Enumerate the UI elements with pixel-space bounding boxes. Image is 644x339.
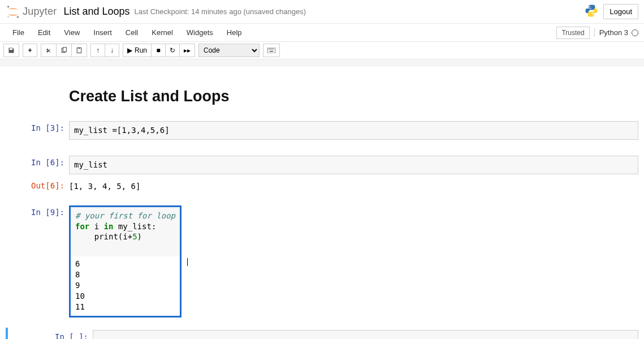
menu-widgets[interactable]: Widgets [180, 25, 220, 40]
svg-rect-11 [270, 49, 271, 50]
output-row-2: Out[6]: [1, 3, 4, 5, 6] [6, 177, 638, 195]
run-label: Run [135, 46, 147, 54]
save-button[interactable] [3, 44, 19, 57]
copy-icon [60, 47, 67, 54]
out-prompt: Out[6]: [6, 179, 69, 193]
fast-forward-icon: ▸▸ [184, 46, 191, 54]
svg-point-0 [7, 6, 9, 7]
restart-button[interactable]: ↻ [165, 44, 180, 57]
in-prompt: In [3]: [6, 121, 69, 140]
menubar: File Edit View Insert Cell Kernel Widget… [0, 24, 644, 42]
notebook-name[interactable]: List and Loops [63, 6, 129, 18]
arrow-down-icon: ↓ [110, 46, 114, 54]
svg-rect-13 [273, 49, 274, 50]
code-input[interactable]: # your first for loopfor i in my_list: p… [71, 207, 180, 257]
notebook-container: Create List and Loops In [3]: my_list =[… [0, 66, 644, 339]
add-cell-button[interactable]: + [23, 44, 37, 57]
menu-cell[interactable]: Cell [119, 25, 145, 40]
markdown-cell[interactable]: Create List and Loops [6, 88, 638, 105]
code-input[interactable]: my_list [69, 156, 638, 174]
svg-rect-6 [63, 48, 67, 52]
svg-rect-9 [267, 48, 275, 53]
kernel-name: Python 3 [599, 28, 628, 37]
checkpoint-status: Last Checkpoint: 14 minutes ago (unsaved… [135, 7, 306, 16]
cut-button[interactable] [41, 44, 57, 57]
cut-icon [45, 47, 52, 54]
menu-insert[interactable]: Insert [87, 25, 119, 40]
header-bar: Jupyter List and Loops Last Checkpoint: … [0, 0, 644, 24]
svg-rect-8 [79, 48, 80, 49]
trusted-indicator[interactable]: Trusted [556, 27, 589, 39]
menu-edit[interactable]: Edit [31, 25, 57, 40]
markdown-heading: Create List and Loops [69, 88, 638, 105]
move-up-button[interactable]: ↑ [90, 44, 105, 57]
svg-point-3 [589, 6, 590, 7]
arrow-up-icon: ↑ [96, 46, 100, 54]
python-logo-icon [584, 3, 599, 20]
highlight-annotation: # your first for loopfor i in my_list: p… [69, 205, 181, 317]
menu-kernel[interactable]: Kernel [145, 25, 180, 40]
interrupt-button[interactable]: ■ [151, 44, 166, 57]
logout-button[interactable]: Logout [603, 4, 638, 19]
menu-help[interactable]: Help [220, 25, 249, 40]
code-cell-4[interactable]: In [ ]: [9, 328, 638, 339]
svg-point-2 [7, 16, 8, 17]
kernel-indicator[interactable]: Python 3 [594, 28, 638, 37]
output-text: 6 8 9 10 11 [71, 256, 180, 313]
text-cursor-icon [187, 258, 188, 266]
code-input[interactable]: my_list =[1,3,4,5,6] [69, 121, 638, 140]
menu-view[interactable]: View [57, 25, 87, 40]
play-icon: ▶ [127, 46, 132, 54]
code-cell-2[interactable]: In [6]: my_list [6, 153, 638, 177]
code-cell-1[interactable]: In [3]: my_list =[1,3,4,5,6] [6, 119, 638, 142]
save-icon [8, 47, 15, 54]
paste-button[interactable] [71, 44, 87, 57]
in-prompt: In [ ]: [29, 330, 93, 339]
selected-cell-wrapper: In [ ]: [6, 328, 638, 339]
output-text: [1, 3, 4, 5, 6] [69, 179, 638, 193]
code-input[interactable] [93, 330, 638, 339]
move-down-button[interactable]: ↓ [105, 44, 119, 57]
restart-icon: ↻ [170, 46, 175, 54]
copy-button[interactable] [56, 44, 72, 57]
svg-rect-12 [271, 49, 273, 50]
in-prompt: In [9]: [6, 205, 69, 317]
svg-rect-14 [270, 51, 274, 52]
celltype-select[interactable]: Code [198, 44, 260, 57]
toolbar: + ↑ ↓ ▶Run ■ ↻ ▸▸ Code [0, 42, 644, 59]
command-palette-button[interactable] [263, 44, 280, 57]
paste-icon [76, 47, 83, 54]
run-button[interactable]: ▶Run [123, 44, 152, 57]
plus-icon: + [28, 46, 32, 54]
svg-point-1 [17, 16, 19, 18]
jupyter-icon [6, 5, 20, 19]
jupyter-logo[interactable]: Jupyter [6, 5, 57, 19]
code-cell-3[interactable]: In [9]: # your first for loopfor i in my… [6, 203, 638, 320]
svg-rect-10 [269, 49, 270, 50]
keyboard-icon [267, 48, 275, 53]
jupyter-logo-text: Jupyter [23, 6, 57, 18]
kernel-status-icon [632, 29, 638, 36]
svg-point-4 [593, 14, 594, 15]
stop-icon: ■ [156, 46, 160, 54]
spacer [0, 59, 644, 66]
menu-file[interactable]: File [6, 25, 31, 40]
in-prompt: In [6]: [6, 156, 69, 174]
restart-run-all-button[interactable]: ▸▸ [179, 44, 195, 57]
